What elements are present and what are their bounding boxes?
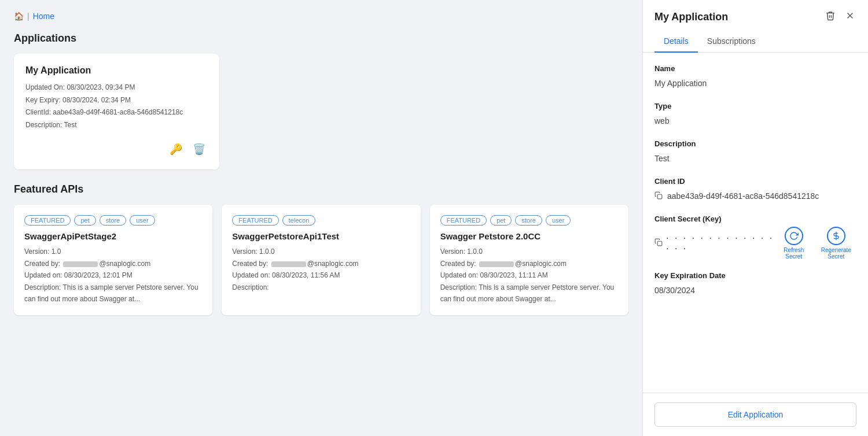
secret-left: · · · · · · · · · · · · · · · · [654, 233, 778, 254]
app-updated-on: Updated On: 08/30/2023, 09:34 PM [25, 82, 208, 94]
tag-telecon-2: telecon [282, 215, 315, 226]
api-card-3: FEATURED pet store user Swagger Petstore… [430, 205, 628, 315]
field-description: Description Test [654, 139, 856, 165]
api-name-3: Swagger Petstore 2.0CC [440, 231, 618, 241]
featured-apis-title: Featured APIs [14, 183, 628, 195]
tag-store-3: store [515, 215, 542, 226]
panel-close-button[interactable] [844, 9, 856, 25]
right-panel: My Application Details Subscriptio [642, 0, 868, 436]
apis-grid: FEATURED pet store user SwaggerApiPetSta… [14, 205, 628, 315]
field-description-value: Test [654, 152, 856, 165]
panel-trash-button[interactable] [824, 9, 837, 25]
svg-rect-2 [657, 194, 662, 199]
app-card-info: Updated On: 08/30/2023, 09:34 PM Key Exp… [25, 82, 208, 131]
tag-pet-1: pet [74, 215, 95, 226]
field-name: Name My Application [654, 64, 856, 90]
refresh-secret-button[interactable]: Refresh Secret [778, 227, 810, 260]
tag-featured-1: FEATURED [24, 215, 71, 226]
field-name-label: Name [654, 64, 856, 73]
tag-featured-2: FEATURED [232, 215, 278, 226]
copy-client-id-icon[interactable] [654, 191, 663, 201]
tab-details[interactable]: Details [654, 32, 698, 53]
app-delete-button[interactable]: 🗑️ [190, 141, 208, 158]
tab-subscriptions[interactable]: Subscriptions [698, 32, 765, 53]
tag-user-3: user [546, 215, 571, 226]
client-secret-row: · · · · · · · · · · · · · · · · Refresh … [654, 227, 856, 260]
breadcrumb: 🏠 | Home [14, 12, 628, 21]
field-type: Type web [654, 102, 856, 128]
field-description-label: Description [654, 139, 856, 148]
secret-dots: · · · · · · · · · · · · · · · · [666, 233, 778, 254]
applications-title: Applications [14, 32, 628, 45]
field-type-value: web [654, 114, 856, 128]
field-name-value: My Application [654, 76, 856, 90]
panel-body: Name My Application Type web Description… [643, 53, 868, 393]
api-info-2: Version: 1.0.0 Created by: @snaplogic.co… [232, 246, 410, 293]
field-client-secret-label: Client Secret (Key) [654, 215, 856, 223]
api-name-2: SwaggerPetstoreApi1Test [232, 231, 410, 241]
secret-actions: Refresh Secret Regenerate Secret [778, 227, 856, 260]
app-key-expiry: Key Expiry: 08/30/2024, 02:34 PM [25, 94, 208, 107]
tag-store-1: store [100, 215, 126, 226]
edit-application-button[interactable]: Edit Application [654, 402, 856, 427]
svg-rect-3 [657, 241, 662, 246]
app-card-title: My Application [25, 65, 208, 76]
api-info-1: Version: 1.0 Created by: @snaplogic.com … [24, 246, 202, 305]
home-icon: 🏠 [14, 12, 24, 21]
panel-tabs: Details Subscriptions [643, 32, 868, 53]
tag-featured-3: FEATURED [440, 215, 487, 226]
field-client-id-value: aabe43a9-d49f-4681-ac8a-546d8541218c [667, 189, 819, 203]
api-tags-1: FEATURED pet store user [24, 215, 202, 226]
api-tags-2: FEATURED telecon [232, 215, 410, 226]
regenerate-secret-label: Regenerate Secret [816, 247, 856, 260]
panel-header: My Application [643, 0, 868, 25]
field-client-secret: Client Secret (Key) · · · · · · · · · · … [654, 215, 856, 260]
api-name-1: SwaggerApiPetStage2 [24, 231, 202, 241]
tag-pet-3: pet [490, 215, 512, 226]
api-info-3: Version: 1.0.0 Created by: @snaplogic.co… [440, 246, 618, 305]
panel-header-icons [824, 9, 856, 25]
field-key-expiration-label: Key Expiration Date [654, 271, 856, 280]
api-card-2: FEATURED telecon SwaggerPetstoreApi1Test… [222, 205, 420, 315]
application-card: My Application Updated On: 08/30/2023, 0… [14, 54, 219, 169]
refresh-secret-label: Refresh Secret [778, 247, 810, 260]
api-tags-3: FEATURED pet store user [440, 215, 618, 226]
breadcrumb-separator: | [27, 12, 30, 21]
field-type-label: Type [654, 102, 856, 110]
app-key-button[interactable]: 🔑 [167, 141, 185, 158]
regenerate-secret-icon [827, 227, 845, 245]
field-client-id-label: Client ID [654, 177, 856, 186]
app-card-actions: 🔑 🗑️ [25, 141, 208, 158]
app-description: Description: Test [25, 119, 208, 132]
api-card-1: FEATURED pet store user SwaggerApiPetSta… [14, 205, 212, 315]
client-id-row: aabe43a9-d49f-4681-ac8a-546d8541218c [654, 189, 856, 203]
copy-secret-icon[interactable] [654, 238, 663, 248]
panel-title: My Application [654, 11, 728, 23]
tag-user-1: user [130, 215, 155, 226]
home-link[interactable]: Home [33, 12, 54, 21]
refresh-secret-icon [785, 227, 803, 245]
panel-footer: Edit Application [643, 393, 868, 436]
field-client-id: Client ID aabe43a9-d49f-4681-ac8a-546d85… [654, 177, 856, 203]
app-client-id: ClientId: aabe43a9-d49f-4681-ac8a-546d85… [25, 106, 208, 119]
regenerate-secret-button[interactable]: Regenerate Secret [816, 227, 856, 260]
field-key-expiration-value: 08/30/2024 [654, 283, 856, 297]
field-key-expiration: Key Expiration Date 08/30/2024 [654, 271, 856, 297]
